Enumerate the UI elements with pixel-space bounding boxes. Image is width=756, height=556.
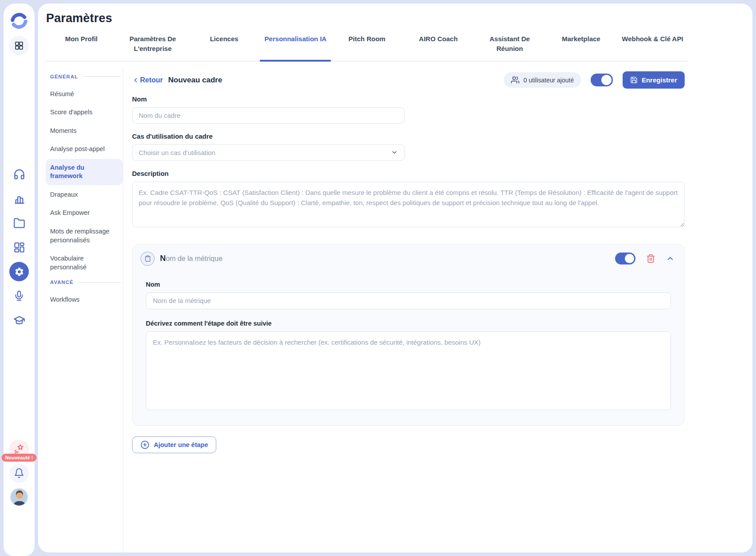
- rail-item-recordings[interactable]: [9, 286, 29, 306]
- editor-title: Nouveau cadre: [168, 76, 222, 85]
- add-step-button[interactable]: Ajouter une étape: [132, 436, 216, 453]
- metric-name-label: Nom: [146, 281, 671, 288]
- subnav-item-workflows[interactable]: Workflows: [46, 291, 123, 309]
- rail-item-calls[interactable]: [9, 164, 29, 184]
- save-icon: [630, 76, 638, 84]
- framework-enabled-toggle[interactable]: [591, 74, 613, 86]
- rail-item-library[interactable]: [9, 213, 29, 233]
- settings-panel: Paramètres Mon Profil Paramètres De L'en…: [38, 4, 752, 552]
- name-label: Nom: [132, 95, 685, 103]
- users-added-label: 0 utilisateur ajouté: [523, 77, 574, 84]
- description-textarea[interactable]: [132, 182, 685, 227]
- rail-item-academy[interactable]: [9, 311, 29, 330]
- tab-assistant-reunion[interactable]: Assistant De Réunion: [474, 31, 546, 61]
- chevron-left-icon: [132, 77, 139, 84]
- subnav-item-analyse-post-appel[interactable]: Analyse post-appel: [46, 140, 123, 158]
- subnav-item-ask-empower[interactable]: Ask Empower: [46, 204, 123, 222]
- metric-title-placeholder: om de la métrique: [166, 255, 222, 262]
- rail-item-analytics[interactable]: [9, 189, 29, 208]
- tab-parametres-entreprise[interactable]: Paramètres De L'entreprise: [117, 31, 188, 61]
- metric-card-body: Nom Décrivez comment l'étape doit être s…: [132, 272, 684, 412]
- plus-circle-icon: [140, 440, 149, 449]
- metric-title[interactable]: Nom de la métrique: [160, 254, 222, 263]
- subnav-item-analyse-framework[interactable]: Analyse du framework: [46, 159, 123, 185]
- tab-pitch-room[interactable]: Pitch Room: [331, 31, 402, 61]
- tab-airo-coach[interactable]: AIRO Coach: [403, 31, 474, 61]
- tab-personnalisation-ia[interactable]: Personnalisation IA: [260, 31, 331, 61]
- users-icon: [511, 76, 519, 84]
- new-feature-badge: Nouveauté !: [2, 454, 37, 462]
- settings-subnav: GÉNÉRAL Résumé Score d'appels Moments An…: [38, 67, 123, 553]
- app-rail: Nouveauté !: [4, 4, 35, 556]
- description-label: Description: [132, 170, 685, 177]
- users-added-badge[interactable]: 0 utilisateur ajouté: [504, 72, 581, 88]
- metric-enabled-toggle[interactable]: [615, 253, 635, 264]
- rail-item-dashboard[interactable]: [9, 237, 29, 257]
- subnav-section-label: AVANCÉ: [50, 280, 74, 285]
- graduation-cap-icon: [13, 315, 25, 327]
- usecase-label: Cas d'utilisation du cadre: [132, 132, 685, 140]
- subnav-section-label: GÉNÉRAL: [50, 74, 78, 79]
- tab-licences[interactable]: Licences: [188, 31, 260, 61]
- page-title: Paramètres: [46, 12, 752, 25]
- metric-card-header[interactable]: Nom de la métrique: [132, 245, 684, 272]
- back-label: Retour: [140, 76, 163, 84]
- delete-metric-button[interactable]: [646, 254, 655, 263]
- subnav-item-moments[interactable]: Moments: [46, 122, 123, 140]
- framework-name-input[interactable]: [132, 107, 405, 124]
- user-avatar[interactable]: [10, 488, 28, 506]
- add-step-label: Ajouter une étape: [154, 441, 208, 448]
- subnav-section-general: GÉNÉRAL: [50, 74, 123, 79]
- subnav-item-score-appels[interactable]: Score d'appels: [46, 104, 123, 121]
- tab-marketplace[interactable]: Marketplace: [546, 31, 617, 61]
- framework-editor: Retour Nouveau cadre 0 utilisateur ajout…: [123, 67, 752, 553]
- brand-logo[interactable]: [9, 11, 29, 31]
- save-button[interactable]: Enregistrer: [623, 71, 685, 89]
- settings-tabbar: Mon Profil Paramètres De L'entreprise Li…: [46, 31, 688, 62]
- trash-icon: [646, 254, 655, 263]
- tab-mon-profil[interactable]: Mon Profil: [46, 31, 117, 61]
- chevron-up-icon: [666, 254, 674, 263]
- subnav-item-vocabulaire[interactable]: Vocabulaire personnalisé: [46, 250, 123, 276]
- metric-type-badge: [140, 252, 155, 266]
- gear-icon: [14, 267, 24, 277]
- rail-item-settings-active[interactable]: [9, 262, 29, 281]
- collapse-metric-button[interactable]: [666, 254, 674, 263]
- metric-name-input[interactable]: [146, 292, 671, 309]
- bell-icon: [14, 468, 24, 478]
- metric-title-typed: N: [160, 254, 166, 263]
- usecase-select[interactable]: Choisir un cas d'utilisation: [132, 144, 405, 161]
- grid-icon: [14, 40, 24, 51]
- metric-step-textarea[interactable]: [146, 331, 671, 410]
- back-button[interactable]: Retour: [132, 76, 163, 84]
- editor-header: Retour Nouveau cadre 0 utilisateur ajout…: [132, 71, 685, 89]
- subnav-item-mots-remplissage[interactable]: Mots de remplissage personnalisés: [46, 223, 123, 249]
- folder-icon: [13, 217, 25, 229]
- dashboard-icon: [13, 241, 25, 253]
- metric-step-card: Nom de la métrique: [132, 244, 685, 426]
- headphones-icon: [13, 168, 25, 180]
- notifications-button[interactable]: [9, 463, 29, 483]
- metric-step-label: Décrivez comment l'étape doit être suivi…: [146, 320, 671, 327]
- subnav-item-drapeaux[interactable]: Drapeaux: [46, 186, 123, 204]
- tab-webhook-api[interactable]: Webhook & Clé API: [617, 31, 688, 61]
- subnav-section-avance: AVANCÉ: [50, 280, 123, 285]
- chevron-down-icon: [391, 149, 398, 156]
- save-label: Enregistrer: [642, 76, 677, 84]
- apps-grid-button[interactable]: [9, 36, 29, 55]
- clipboard-icon: [144, 255, 151, 262]
- microphone-icon: [13, 290, 25, 302]
- subnav-item-resume[interactable]: Résumé: [46, 86, 123, 103]
- usecase-select-value: Choisir un cas d'utilisation: [139, 149, 215, 156]
- bar-chart-icon: [13, 193, 25, 205]
